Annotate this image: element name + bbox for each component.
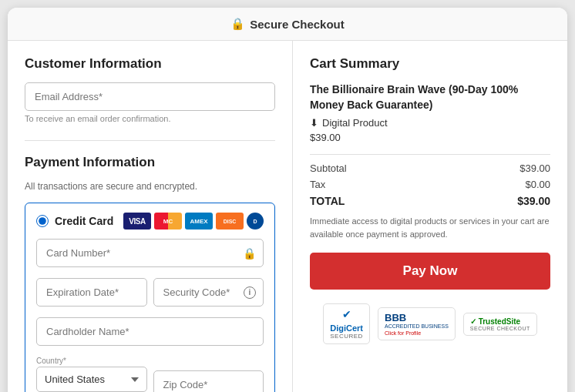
bbb-badge: BBB ACCREDITED BUSINESS Click for Profil… bbox=[378, 307, 456, 340]
checkout-header: 🔒 Secure Checkout bbox=[8, 8, 567, 41]
subtotal-value: $39.00 bbox=[520, 162, 550, 174]
trust-badges: ✔ DigiCert SECURED BBB ACCREDITED BUSINE… bbox=[310, 303, 550, 344]
card-lock-icon: 🔒 bbox=[243, 247, 256, 260]
digicert-logo: DigiCert bbox=[330, 323, 363, 333]
trusted-site-sub: SECURE CHECKOUT bbox=[470, 326, 530, 331]
credit-card-header: Credit Card VISA MC AMEX DISC D bbox=[36, 213, 264, 230]
tax-label: Tax bbox=[310, 179, 325, 190]
digital-product: ⬇ Digital Product bbox=[310, 117, 550, 129]
product-type: Digital Product bbox=[322, 117, 388, 129]
right-panel: Cart Summary The Billionaire Brain Wave … bbox=[293, 41, 567, 392]
subtotal-label: Subtotal bbox=[310, 162, 347, 174]
cart-note: Immediate access to digital products or … bbox=[310, 215, 550, 240]
card-number-input[interactable] bbox=[36, 239, 264, 267]
country-label: Country* bbox=[36, 357, 147, 365]
country-select[interactable]: United States bbox=[36, 367, 147, 392]
zip-input[interactable] bbox=[153, 370, 264, 392]
card-icons: VISA MC AMEX DISC D bbox=[123, 213, 264, 230]
visa-icon: VISA bbox=[123, 213, 151, 230]
credit-card-option[interactable]: Credit Card VISA MC AMEX DISC D bbox=[25, 203, 275, 392]
trusted-site-logo: ✓ TrustedSite bbox=[470, 317, 530, 326]
total-label: TOTAL bbox=[310, 195, 345, 207]
country-zip-row: Country* United States bbox=[36, 357, 264, 392]
cart-divider bbox=[310, 154, 550, 155]
security-code-group: i bbox=[153, 278, 264, 307]
tax-row: Tax $0.00 bbox=[310, 179, 550, 190]
zip-group bbox=[153, 357, 264, 392]
security-code-info-icon[interactable]: i bbox=[244, 286, 256, 299]
left-panel: Customer Information To receive an email… bbox=[8, 41, 293, 392]
bbb-accredited: ACCREDITED BUSINESS bbox=[385, 323, 449, 330]
card-fields: 🔒 i bbox=[36, 239, 264, 392]
digicert-checkmark: ✔ bbox=[342, 308, 351, 320]
total-value: $39.00 bbox=[517, 195, 550, 207]
expiry-group bbox=[36, 278, 147, 307]
product-name: The Billionaire Brain Wave (90-Day 100% … bbox=[310, 82, 550, 112]
download-icon: ⬇ bbox=[310, 117, 318, 129]
tax-value: $0.00 bbox=[525, 179, 550, 190]
payment-info-title: Payment Information bbox=[25, 155, 275, 170]
digicert-badge: ✔ DigiCert SECURED bbox=[323, 303, 370, 344]
credit-card-text: Credit Card bbox=[55, 215, 113, 227]
cardholder-input[interactable] bbox=[36, 317, 264, 346]
email-hint: To receive an email order confirmation. bbox=[25, 114, 275, 123]
mastercard-icon: MC bbox=[154, 213, 182, 230]
email-field[interactable] bbox=[25, 82, 275, 111]
checkout-container: 🔒 Secure Checkout Customer Information T… bbox=[8, 8, 567, 392]
pay-now-button[interactable]: Pay Now bbox=[310, 253, 550, 290]
header-title: Secure Checkout bbox=[250, 18, 345, 31]
credit-card-radio[interactable] bbox=[36, 215, 49, 227]
diners-icon: D bbox=[247, 213, 264, 230]
subtotal-row: Subtotal $39.00 bbox=[310, 162, 550, 174]
payment-options: Credit Card VISA MC AMEX DISC D bbox=[25, 203, 275, 392]
email-input-group: To receive an email order confirmation. bbox=[25, 82, 275, 123]
product-price: $39.00 bbox=[310, 132, 550, 143]
lock-icon: 🔒 bbox=[230, 17, 245, 31]
credit-card-label: Credit Card bbox=[36, 215, 113, 227]
discover-icon: DISC bbox=[216, 213, 244, 230]
cart-summary-title: Cart Summary bbox=[310, 56, 550, 72]
card-number-group: 🔒 bbox=[36, 239, 264, 267]
trusted-site-badge: ✓ TrustedSite SECURE CHECKOUT bbox=[463, 313, 537, 336]
payment-subtitle: All transactions are secure and encrypte… bbox=[25, 181, 275, 192]
checkout-body: Customer Information To receive an email… bbox=[8, 41, 567, 392]
country-group: Country* United States bbox=[36, 357, 147, 392]
bbb-click: Click for Profile bbox=[385, 330, 449, 336]
cardholder-group bbox=[36, 317, 264, 346]
total-row: TOTAL $39.00 bbox=[310, 195, 550, 207]
amex-icon: AMEX bbox=[185, 213, 213, 230]
payment-info-section: Payment Information All transactions are… bbox=[25, 140, 275, 392]
customer-info-section: Customer Information To receive an email… bbox=[25, 56, 275, 123]
customer-info-title: Customer Information bbox=[25, 56, 275, 72]
expiry-input[interactable] bbox=[36, 278, 147, 307]
bbb-logo: BBB bbox=[385, 312, 449, 323]
digicert-sub: SECURED bbox=[330, 333, 363, 340]
card-expiry-security-row: i bbox=[36, 278, 264, 311]
